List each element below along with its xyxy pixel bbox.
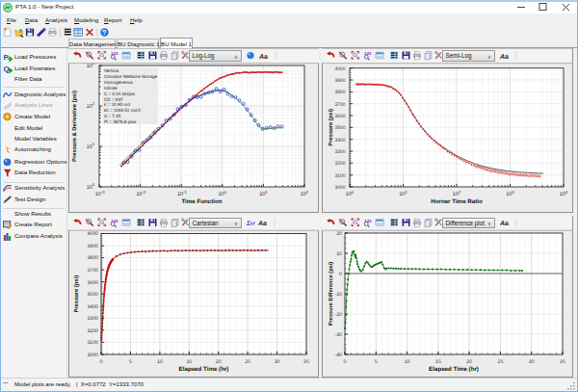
svg-text:1: 1: [92, 142, 95, 146]
svg-text:3600: 3600: [87, 280, 98, 286]
svg-text:-3: -3: [101, 190, 105, 195]
svg-text:5: 5: [129, 359, 132, 365]
svg-text:-10: -10: [335, 292, 343, 298]
svg-text:Pi = 3876.8 psia: Pi = 3876.8 psia: [104, 119, 137, 124]
svg-text:4000: 4000: [334, 66, 345, 72]
svg-text:-2: -2: [142, 190, 145, 195]
svg-text:0: 0: [344, 359, 347, 365]
svg-text:1: 1: [265, 190, 268, 195]
svg-text:2: 2: [92, 101, 95, 106]
svg-text:CD = 937: CD = 937: [104, 97, 123, 102]
svg-text:35: 35: [560, 359, 565, 365]
svg-text:10: 10: [336, 251, 342, 257]
svg-text:5: 5: [375, 359, 378, 365]
svg-text:C = 0.01 bbl/psi: C = 0.01 bbl/psi: [104, 91, 135, 96]
svg-text:3300: 3300: [334, 149, 345, 155]
svg-text:Pressure (psi): Pressure (psi): [73, 275, 80, 313]
svg-text:30: 30: [275, 359, 280, 365]
svg-text:20: 20: [466, 359, 472, 365]
svg-text:Aa: Aa: [499, 221, 509, 227]
svg-text:20: 20: [336, 231, 342, 237]
svg-text:3600: 3600: [334, 114, 345, 119]
svg-text:15: 15: [186, 359, 192, 365]
svg-text:Constant Wellbore Storage: Constant Wellbore Storage: [104, 74, 158, 79]
svg-text:3000: 3000: [334, 185, 345, 191]
svg-text:2: 2: [306, 190, 309, 195]
svg-text:3500: 3500: [334, 125, 345, 131]
svg-text:3400: 3400: [87, 304, 98, 310]
svg-text:2: 2: [459, 190, 461, 195]
svg-text:3400: 3400: [334, 138, 345, 144]
svg-text:Σrr: Σrr: [246, 221, 255, 227]
svg-text:30: 30: [529, 359, 535, 365]
svg-text:Pressure (psi): Pressure (psi): [328, 109, 334, 146]
svg-text:3900: 3900: [87, 244, 98, 249]
svg-text:3200: 3200: [334, 161, 345, 167]
svg-text:0: 0: [339, 272, 342, 277]
svg-text:4: 4: [565, 190, 568, 195]
svg-text:3000: 3000: [87, 353, 98, 358]
svg-text:Horner Time Ratio: Horner Time Ratio: [431, 198, 483, 205]
svg-text:4000: 4000: [87, 231, 98, 237]
svg-text:Vertical: Vertical: [104, 68, 118, 73]
svg-text:Aa: Aa: [499, 54, 509, 61]
svg-text:3200: 3200: [87, 328, 98, 334]
svg-text:kh = 1169.51 md.ft: kh = 1169.51 md.ft: [104, 108, 142, 113]
svg-text:Elapsed Time (hr): Elapsed Time (hr): [429, 366, 479, 373]
svg-text:Aa: Aa: [258, 54, 268, 61]
svg-text:-40: -40: [335, 353, 343, 358]
svg-text:3900: 3900: [334, 78, 345, 84]
svg-text:Time Function: Time Function: [181, 198, 222, 205]
svg-text:3800: 3800: [87, 255, 98, 261]
svg-text:3700: 3700: [87, 268, 98, 274]
svg-text:Aa: Aa: [257, 221, 267, 227]
svg-text:3500: 3500: [87, 292, 98, 298]
svg-text:Infinite: Infinite: [104, 86, 118, 91]
svg-text:0: 0: [352, 190, 355, 195]
svg-text:Elapsed Time (hr): Elapsed Time (hr): [179, 366, 229, 373]
svg-text:S = 7.25: S = 7.25: [104, 114, 121, 118]
svg-text:Pressure Difference (psi): Pressure Difference (psi): [328, 262, 334, 326]
svg-text:25: 25: [498, 359, 504, 365]
svg-text:3700: 3700: [334, 102, 345, 108]
svg-text:k = 10.90 md: k = 10.90 md: [104, 102, 130, 107]
svg-text:3100: 3100: [87, 340, 98, 346]
svg-text:Homogeneous: Homogeneous: [104, 80, 134, 85]
svg-text:10: 10: [405, 359, 410, 365]
svg-text:25: 25: [245, 359, 250, 365]
svg-text:3: 3: [512, 190, 514, 195]
svg-text:3100: 3100: [334, 173, 345, 179]
svg-text:-1: -1: [183, 190, 187, 195]
svg-text:Pressure & Derivative (psi): Pressure & Derivative (psi): [71, 91, 78, 162]
svg-text:15: 15: [435, 359, 441, 365]
svg-text:20: 20: [216, 359, 222, 365]
svg-text:-20: -20: [335, 312, 343, 318]
svg-text:0: 0: [224, 190, 227, 195]
svg-text:0: 0: [92, 182, 95, 187]
svg-text:-30: -30: [335, 332, 343, 338]
svg-text:3800: 3800: [334, 90, 345, 95]
svg-text:0: 0: [100, 359, 103, 365]
svg-text:1: 1: [405, 190, 407, 195]
svg-text:10: 10: [157, 359, 163, 365]
svg-text:35: 35: [303, 359, 309, 365]
svg-text:3300: 3300: [87, 316, 98, 322]
